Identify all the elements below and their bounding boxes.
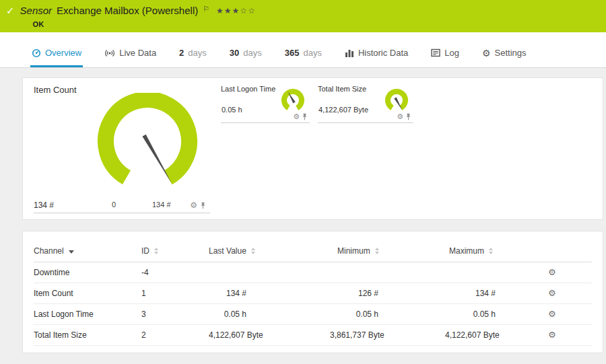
cell-maximum (445, 262, 547, 283)
last-logon-time-gauge-block: Last Logon Time 0.05 h ⚙ (221, 85, 310, 123)
flag-icon[interactable]: ⚐ (203, 5, 209, 13)
tab-label: Settings (495, 48, 527, 58)
tab-bar: Overview Live Data 2 days 30 days 365 da… (0, 32, 606, 68)
cell-channel: Item Count (34, 283, 138, 304)
channel-settings-icon[interactable]: ⚙ (548, 267, 556, 277)
column-label: Last Value (209, 246, 246, 256)
mini-gauge-value: 0.05 h (222, 106, 242, 114)
tab-day-count: 2 (179, 48, 184, 58)
title-block: Sensor Exchange Mailbox (Powershell) ⚐ ★… (20, 5, 256, 28)
tab-label: Log (444, 48, 459, 58)
gear-icon[interactable]: ⚙ (293, 113, 300, 120)
table-row-last-logon-time: Last Logon Time 3 0.05 h 0.05 h 0.05 h ⚙ (34, 304, 592, 325)
cell-minimum: 3,861,737 Byte (330, 325, 445, 346)
cell-minimum: 126 # (330, 283, 445, 304)
cell-maximum: 134 # (445, 283, 547, 304)
gauge-needle (142, 135, 172, 184)
cell-id: 3 (138, 304, 209, 325)
tab-30-days[interactable]: 30 days (228, 40, 263, 67)
tab-log[interactable]: Log (430, 40, 461, 67)
pin-icon[interactable] (302, 113, 308, 120)
pin-icon[interactable] (405, 113, 411, 120)
gear-icon[interactable]: ⚙ (190, 201, 197, 209)
cell-last-value (209, 262, 330, 283)
cell-id: -4 (138, 262, 209, 283)
sensor-status-banner: ✓ Sensor Exchange Mailbox (Powershell) ⚐… (0, 0, 606, 32)
column-header-maximum[interactable]: Maximum (449, 246, 493, 256)
overview-gauge-icon (32, 48, 41, 58)
column-header-minimum[interactable]: Minimum (337, 246, 379, 256)
gauge-min-label: 0 (112, 201, 116, 209)
channel-settings-icon[interactable]: ⚙ (548, 330, 556, 340)
sort-icon (251, 248, 255, 254)
item-count-gauge-block: Item Count 134 # 0 134 # ⚙ (34, 85, 210, 213)
table-row-downtime: Downtime -4 ⚙ (34, 262, 592, 283)
total-item-size-gauge[interactable] (381, 87, 412, 114)
sort-icon (154, 248, 158, 254)
tab-day-unit: days (303, 48, 321, 58)
sensor-title: Exchange Mailbox (Powershell) (57, 5, 198, 16)
gauge-current-value: 134 # (34, 201, 54, 210)
tab-2-days[interactable]: 2 days (178, 40, 208, 67)
item-count-gauge[interactable] (90, 93, 205, 194)
gauge-actions: ⚙ (293, 113, 308, 120)
tab-settings[interactable]: ⚙ Settings (481, 40, 528, 67)
cell-channel: Total Item Size (34, 325, 138, 346)
priority-stars[interactable]: ★★★☆☆ (216, 6, 256, 15)
table-row-item-count: Item Count 1 134 # 126 # 134 # ⚙ (34, 283, 592, 304)
tab-label: Overview (45, 48, 81, 58)
column-label: Channel (34, 246, 64, 256)
tab-365-days[interactable]: 365 days (283, 40, 323, 67)
live-data-icon (104, 48, 115, 58)
gauge-scale: 134 # 0 134 # ⚙ (34, 199, 210, 210)
cell-channel: Downtime (34, 262, 138, 283)
tab-historic-data[interactable]: Historic Data (343, 40, 409, 67)
gauges-panel: Item Count 134 # 0 134 # ⚙ Last Logon Ti… (22, 77, 603, 220)
status-text: OK (33, 20, 256, 28)
channel-settings-icon[interactable]: ⚙ (548, 309, 556, 319)
cell-channel: Last Logon Time (34, 304, 138, 325)
tab-overview[interactable]: Overview (30, 40, 83, 67)
column-header-id[interactable]: ID (141, 246, 158, 256)
gauge-actions: ⚙ (190, 201, 206, 209)
cell-minimum: 0.05 h (330, 304, 445, 325)
tab-label: Live Data (119, 48, 156, 58)
cell-id: 1 (138, 283, 209, 304)
tab-day-count: 30 (230, 48, 239, 58)
cell-last-value: 0.05 h (209, 304, 330, 325)
gear-icon: ⚙ (482, 48, 491, 58)
cell-maximum: 4,122,607 Byte (445, 325, 547, 346)
total-item-size-gauge-block: Total Item Size 4,122,607 Byte ⚙ (318, 85, 413, 123)
cell-last-value: 134 # (209, 283, 330, 304)
status-ok-check-icon: ✓ (6, 6, 15, 16)
table-header-row: Channel ID Last Value Minimum Maximum (34, 238, 592, 262)
sort-icon (489, 248, 493, 254)
channel-settings-icon[interactable]: ⚙ (548, 288, 556, 298)
column-header-channel[interactable]: Channel (34, 246, 74, 256)
tab-day-count: 365 (285, 48, 300, 58)
mini-gauge-value: 4,122,607 Byte (318, 106, 368, 114)
tab-day-unit: days (243, 48, 261, 58)
column-label: ID (141, 246, 149, 256)
gear-icon[interactable]: ⚙ (397, 113, 403, 120)
tab-live-data[interactable]: Live Data (103, 40, 158, 67)
cell-minimum (330, 262, 445, 283)
channels-table: Channel ID Last Value Minimum Maximum Do… (34, 238, 592, 346)
gauge-max-label: 134 # (152, 201, 171, 209)
log-list-icon (431, 48, 440, 57)
column-label: Minimum (337, 246, 370, 256)
gauge-actions: ⚙ (397, 113, 411, 120)
column-header-settings (547, 238, 592, 262)
cell-maximum: 0.05 h (445, 304, 547, 325)
tab-label: Historic Data (358, 48, 408, 58)
column-header-last-value[interactable]: Last Value (209, 246, 255, 256)
channels-table-panel: Channel ID Last Value Minimum Maximum Do… (22, 231, 603, 353)
tab-day-unit: days (188, 48, 206, 58)
content-area: Item Count 134 # 0 134 # ⚙ Last Logon Ti… (0, 68, 606, 364)
title-line: Sensor Exchange Mailbox (Powershell) ⚐ ★… (20, 5, 256, 16)
column-label: Maximum (449, 246, 484, 256)
gauge-needle (394, 98, 402, 110)
last-logon-time-gauge[interactable] (277, 87, 308, 114)
sort-desc-icon (69, 250, 74, 254)
pin-icon[interactable] (200, 202, 206, 209)
